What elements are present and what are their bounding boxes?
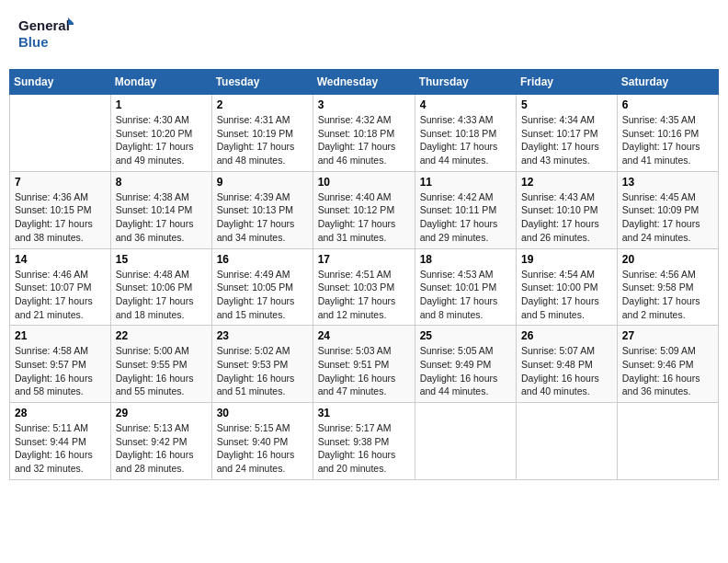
cell-content: Sunrise: 5:05 AM Sunset: 9:49 PM Dayligh… xyxy=(420,344,511,398)
calendar-cell: 15 Sunrise: 4:48 AM Sunset: 10:06 PM Day… xyxy=(110,248,211,326)
cell-content: Sunrise: 4:40 AM Sunset: 10:12 PM Daylig… xyxy=(318,190,410,245)
calendar-cell: 29 Sunrise: 5:13 AM Sunset: 9:42 PM Dayl… xyxy=(110,403,211,480)
calendar-cell: 14 Sunrise: 4:46 AM Sunset: 10:07 PM Day… xyxy=(10,248,111,326)
cell-content: Sunrise: 4:51 AM Sunset: 10:03 PM Daylig… xyxy=(318,268,410,322)
calendar-cell: 20 Sunrise: 4:56 AM Sunset: 9:58 PM Dayl… xyxy=(617,248,718,326)
day-number: 29 xyxy=(116,407,207,419)
calendar-cell: 26 Sunrise: 5:07 AM Sunset: 9:48 PM Dayl… xyxy=(517,326,618,403)
col-header-saturday: Saturday xyxy=(617,70,718,95)
header-row: SundayMondayTuesdayWednesdayThursdayFrid… xyxy=(10,70,719,95)
calendar-cell xyxy=(415,403,516,480)
cell-content: Sunrise: 5:13 AM Sunset: 9:42 PM Dayligh… xyxy=(116,421,207,476)
calendar-cell: 1 Sunrise: 4:30 AM Sunset: 10:20 PM Dayl… xyxy=(110,95,211,172)
calendar-cell: 27 Sunrise: 5:09 AM Sunset: 9:46 PM Dayl… xyxy=(617,326,718,403)
col-header-wednesday: Wednesday xyxy=(313,70,415,95)
week-row-2: 7 Sunrise: 4:36 AM Sunset: 10:15 PM Dayl… xyxy=(10,171,719,248)
day-number: 7 xyxy=(15,176,106,189)
calendar-cell: 10 Sunrise: 4:40 AM Sunset: 10:12 PM Day… xyxy=(313,171,415,248)
day-number: 14 xyxy=(15,253,106,266)
day-number: 20 xyxy=(622,253,713,266)
cell-content: Sunrise: 5:17 AM Sunset: 9:38 PM Dayligh… xyxy=(318,421,410,476)
cell-content: Sunrise: 4:43 AM Sunset: 10:10 PM Daylig… xyxy=(521,190,612,245)
calendar-cell: 30 Sunrise: 5:15 AM Sunset: 9:40 PM Dayl… xyxy=(211,403,313,480)
day-number: 8 xyxy=(116,176,207,189)
cell-content: Sunrise: 4:48 AM Sunset: 10:06 PM Daylig… xyxy=(116,268,207,322)
calendar-cell xyxy=(10,95,111,172)
cell-content: Sunrise: 5:11 AM Sunset: 9:44 PM Dayligh… xyxy=(15,421,106,476)
day-number: 3 xyxy=(318,98,410,111)
cell-content: Sunrise: 5:00 AM Sunset: 9:55 PM Dayligh… xyxy=(116,344,207,398)
cell-content: Sunrise: 4:32 AM Sunset: 10:18 PM Daylig… xyxy=(318,113,410,167)
cell-content: Sunrise: 4:33 AM Sunset: 10:18 PM Daylig… xyxy=(420,113,511,167)
day-number: 13 xyxy=(622,176,713,189)
col-header-tuesday: Tuesday xyxy=(211,70,313,95)
day-number: 16 xyxy=(217,253,308,266)
week-row-4: 21 Sunrise: 4:58 AM Sunset: 9:57 PM Dayl… xyxy=(10,326,719,403)
calendar-cell: 28 Sunrise: 5:11 AM Sunset: 9:44 PM Dayl… xyxy=(10,403,111,480)
page-header: General Blue xyxy=(9,9,719,60)
cell-content: Sunrise: 4:42 AM Sunset: 10:11 PM Daylig… xyxy=(420,190,511,245)
day-number: 31 xyxy=(318,407,410,419)
day-number: 26 xyxy=(521,329,612,342)
logo: General Blue xyxy=(18,14,74,55)
calendar-cell: 6 Sunrise: 4:35 AM Sunset: 10:16 PM Dayl… xyxy=(617,95,718,172)
cell-content: Sunrise: 4:30 AM Sunset: 10:20 PM Daylig… xyxy=(116,113,207,167)
cell-content: Sunrise: 5:02 AM Sunset: 9:53 PM Dayligh… xyxy=(217,344,308,398)
calendar-cell: 17 Sunrise: 4:51 AM Sunset: 10:03 PM Day… xyxy=(313,248,415,326)
cell-content: Sunrise: 4:54 AM Sunset: 10:00 PM Daylig… xyxy=(521,268,612,322)
day-number: 10 xyxy=(318,176,410,189)
col-header-friday: Friday xyxy=(517,70,618,95)
calendar-cell: 24 Sunrise: 5:03 AM Sunset: 9:51 PM Dayl… xyxy=(313,326,415,403)
calendar-cell: 22 Sunrise: 5:00 AM Sunset: 9:55 PM Dayl… xyxy=(110,326,211,403)
cell-content: Sunrise: 5:15 AM Sunset: 9:40 PM Dayligh… xyxy=(217,421,308,476)
day-number: 22 xyxy=(116,329,207,342)
day-number: 12 xyxy=(521,176,612,189)
day-number: 19 xyxy=(521,253,612,266)
calendar-cell xyxy=(517,403,618,480)
logo-svg: General Blue xyxy=(18,14,74,55)
calendar-cell: 4 Sunrise: 4:33 AM Sunset: 10:18 PM Dayl… xyxy=(415,95,516,172)
cell-content: Sunrise: 4:46 AM Sunset: 10:07 PM Daylig… xyxy=(15,268,106,322)
cell-content: Sunrise: 4:45 AM Sunset: 10:09 PM Daylig… xyxy=(622,190,713,245)
calendar-cell: 16 Sunrise: 4:49 AM Sunset: 10:05 PM Day… xyxy=(211,248,313,326)
cell-content: Sunrise: 4:34 AM Sunset: 10:17 PM Daylig… xyxy=(521,113,612,167)
calendar-cell: 23 Sunrise: 5:02 AM Sunset: 9:53 PM Dayl… xyxy=(211,326,313,403)
cell-content: Sunrise: 4:31 AM Sunset: 10:19 PM Daylig… xyxy=(217,113,308,167)
svg-marker-1 xyxy=(68,17,74,25)
day-number: 1 xyxy=(116,98,207,111)
day-number: 6 xyxy=(622,98,713,111)
calendar-cell: 12 Sunrise: 4:43 AM Sunset: 10:10 PM Day… xyxy=(517,171,618,248)
day-number: 27 xyxy=(622,329,713,342)
week-row-5: 28 Sunrise: 5:11 AM Sunset: 9:44 PM Dayl… xyxy=(10,403,719,480)
day-number: 9 xyxy=(217,176,308,189)
col-header-sunday: Sunday xyxy=(10,70,111,95)
day-number: 15 xyxy=(116,253,207,266)
day-number: 21 xyxy=(15,329,106,342)
calendar-cell: 25 Sunrise: 5:05 AM Sunset: 9:49 PM Dayl… xyxy=(415,326,516,403)
calendar-cell: 11 Sunrise: 4:42 AM Sunset: 10:11 PM Day… xyxy=(415,171,516,248)
day-number: 23 xyxy=(217,329,308,342)
cell-content: Sunrise: 4:39 AM Sunset: 10:13 PM Daylig… xyxy=(217,190,308,245)
calendar-cell: 31 Sunrise: 5:17 AM Sunset: 9:38 PM Dayl… xyxy=(313,403,415,480)
cell-content: Sunrise: 4:38 AM Sunset: 10:14 PM Daylig… xyxy=(116,190,207,245)
cell-content: Sunrise: 5:07 AM Sunset: 9:48 PM Dayligh… xyxy=(521,344,612,398)
day-number: 25 xyxy=(420,329,511,342)
day-number: 11 xyxy=(420,176,511,189)
calendar-cell: 5 Sunrise: 4:34 AM Sunset: 10:17 PM Dayl… xyxy=(517,95,618,172)
cell-content: Sunrise: 5:03 AM Sunset: 9:51 PM Dayligh… xyxy=(318,344,410,398)
day-number: 28 xyxy=(15,407,106,419)
cell-content: Sunrise: 4:53 AM Sunset: 10:01 PM Daylig… xyxy=(420,268,511,322)
week-row-1: 1 Sunrise: 4:30 AM Sunset: 10:20 PM Dayl… xyxy=(10,95,719,172)
day-number: 4 xyxy=(420,98,511,111)
calendar-cell: 13 Sunrise: 4:45 AM Sunset: 10:09 PM Day… xyxy=(617,171,718,248)
calendar-cell: 7 Sunrise: 4:36 AM Sunset: 10:15 PM Dayl… xyxy=(10,171,111,248)
day-number: 18 xyxy=(420,253,511,266)
day-number: 5 xyxy=(521,98,612,111)
cell-content: Sunrise: 4:36 AM Sunset: 10:15 PM Daylig… xyxy=(15,190,106,245)
calendar-cell: 21 Sunrise: 4:58 AM Sunset: 9:57 PM Dayl… xyxy=(10,326,111,403)
col-header-monday: Monday xyxy=(110,70,211,95)
calendar-cell: 18 Sunrise: 4:53 AM Sunset: 10:01 PM Day… xyxy=(415,248,516,326)
calendar-table: SundayMondayTuesdayWednesdayThursdayFrid… xyxy=(9,69,719,480)
day-number: 30 xyxy=(217,407,308,419)
col-header-thursday: Thursday xyxy=(415,70,516,95)
